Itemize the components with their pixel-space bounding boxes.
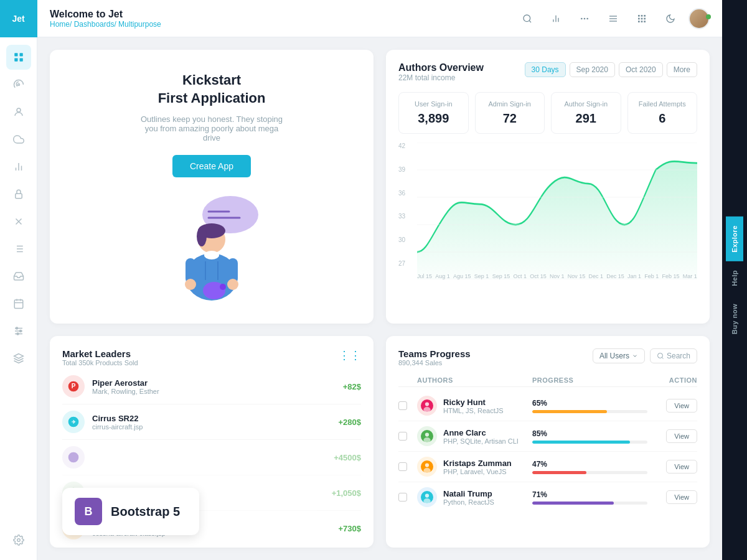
stat-failed-attempts-label: Failed Attempts: [633, 100, 692, 108]
explore-tab[interactable]: Explore: [726, 217, 743, 261]
row-checkbox[interactable]: [398, 462, 407, 471]
tab-30days[interactable]: 30 Days: [525, 62, 566, 77]
progress-wrap: 47%: [532, 460, 647, 474]
stat-author-signin-value: 291: [557, 111, 616, 126]
svg-rect-42: [644, 15, 646, 17]
buy-now-tab[interactable]: Buy now: [726, 295, 743, 343]
analytics-button[interactable]: [545, 8, 566, 29]
grid-button[interactable]: [631, 8, 652, 29]
market-value: +1,050$: [332, 488, 361, 498]
market-menu-button[interactable]: ⋮⋮: [339, 348, 361, 362]
team-author: Natali Trump Python, ReactJS: [417, 487, 532, 507]
header-title-area: Welcome to Jet Home/ Dashboards/ Multipu…: [50, 9, 509, 29]
menu-button[interactable]: [603, 8, 624, 29]
progress-pct: 85%: [532, 429, 647, 438]
stat-admin-signin-label: Admin Sign-in: [481, 100, 540, 108]
chevron-down-icon: [632, 353, 638, 359]
table-row: Anne Clarc PHP, SQLite, Artisan CLI 85% …: [398, 421, 697, 452]
svg-point-28: [17, 539, 20, 542]
row-checkbox[interactable]: [398, 401, 407, 410]
authors-title: Authors Overview: [398, 62, 484, 73]
sidebar-item-sliders[interactable]: [6, 319, 31, 343]
svg-point-24: [16, 327, 17, 329]
team-skills: PHP, Laravel, VueJS: [443, 468, 512, 475]
sidebar-item-user[interactable]: [6, 100, 31, 124]
sidebar: Jet: [0, 0, 37, 560]
sidebar-item-list[interactable]: [6, 236, 31, 261]
kickstart-title: Kickstart First Application: [158, 72, 266, 107]
sidebar-item-settings[interactable]: [6, 528, 31, 553]
svg-point-35: [587, 18, 588, 19]
progress-bar: [532, 471, 647, 474]
sidebar-item-cloud[interactable]: [6, 127, 31, 152]
svg-rect-46: [638, 21, 640, 22]
view-button[interactable]: View: [666, 399, 697, 413]
sidebar-item-fingerprint[interactable]: [6, 72, 31, 97]
tab-group: 30 Days Sep 2020 Oct 2020 More: [525, 62, 697, 77]
tab-more[interactable]: More: [667, 62, 697, 77]
svg-point-83: [425, 402, 429, 406]
row-checkbox[interactable]: [398, 493, 407, 502]
authors-header: Authors Overview 22M total income 30 Day…: [398, 62, 697, 82]
online-dot: [706, 14, 711, 19]
stat-author-signin: Author Sign-in 291: [551, 92, 621, 134]
chart-svg: [398, 142, 697, 279]
sidebar-item-grid[interactable]: [6, 45, 31, 70]
sidebar-bottom: [6, 520, 31, 560]
sidebar-item-calendar[interactable]: [6, 291, 31, 316]
progress-bar: [532, 441, 647, 444]
all-users-select[interactable]: All Users: [593, 348, 645, 363]
svg-rect-40: [638, 15, 640, 17]
sidebar-item-close[interactable]: [6, 209, 31, 234]
table-row: Ricky Hunt HTML, JS, ReactJS 65% View: [398, 391, 697, 421]
team-author: Ricky Hunt HTML, JS, ReactJS: [417, 396, 532, 416]
svg-point-92: [425, 493, 429, 497]
teams-search[interactable]: Search: [650, 348, 697, 363]
help-tab[interactable]: Help: [726, 261, 743, 295]
svg-point-80: [657, 353, 662, 358]
col-authors: AUTHORS: [417, 376, 532, 384]
sidebar-item-layers[interactable]: [6, 346, 31, 371]
market-item: ✈ Cirrus SR22 cirrus-aircraft.jsp +280$: [62, 404, 361, 440]
progress-pct: 65%: [532, 399, 647, 408]
sidebar-logo[interactable]: Jet: [0, 0, 37, 37]
sidebar-item-inbox[interactable]: [6, 264, 31, 289]
dark-mode-button[interactable]: [660, 8, 681, 29]
market-item: +4500$: [62, 440, 361, 475]
tab-oct2020[interactable]: Oct 2020: [619, 62, 663, 77]
create-app-button[interactable]: Create App: [172, 155, 251, 177]
view-button[interactable]: View: [666, 460, 697, 474]
svg-point-62: [220, 284, 226, 290]
svg-rect-44: [641, 17, 643, 19]
teams-controls: All Users Search: [593, 348, 697, 363]
view-button[interactable]: View: [666, 490, 697, 504]
header-actions: [517, 8, 710, 29]
teams-subtitle: 890,344 Sales: [398, 359, 471, 366]
settings-button[interactable]: [574, 8, 595, 29]
header-title: Welcome to Jet: [50, 9, 509, 20]
svg-point-63: [204, 251, 219, 259]
team-skills: PHP, SQLite, Artisan CLI: [443, 437, 519, 445]
tab-sep2020[interactable]: Sep 2020: [570, 62, 615, 77]
sidebar-item-lock[interactable]: [6, 182, 31, 207]
svg-point-89: [425, 463, 429, 467]
view-button[interactable]: View: [666, 429, 697, 443]
sidebar-item-chart[interactable]: [6, 154, 31, 179]
kickstart-description: Outlines keep you honest. They stoping y…: [137, 114, 286, 142]
bootstrap-icon: B: [75, 498, 102, 525]
row-checkbox[interactable]: [398, 432, 407, 441]
market-item: P Piper Aerostar Mark, Rowling, Esther +…: [62, 369, 361, 404]
svg-rect-2: [14, 58, 17, 62]
market-leaders-card: Market Leaders Total 350k Products Sold …: [50, 336, 374, 548]
svg-rect-47: [641, 21, 643, 22]
search-button[interactable]: [517, 8, 538, 29]
team-name: Kristaps Zumman: [443, 459, 512, 468]
svg-line-30: [529, 21, 531, 22]
team-name: Natali Trump: [443, 489, 494, 498]
svg-rect-3: [19, 58, 22, 62]
market-sub: Mark, Rowling, Esther: [92, 388, 343, 395]
table-row: Natali Trump Python, ReactJS 71% View: [398, 482, 697, 512]
svg-rect-45: [644, 17, 646, 19]
svg-rect-8: [15, 194, 22, 198]
team-name: Anne Clarc: [443, 428, 519, 437]
